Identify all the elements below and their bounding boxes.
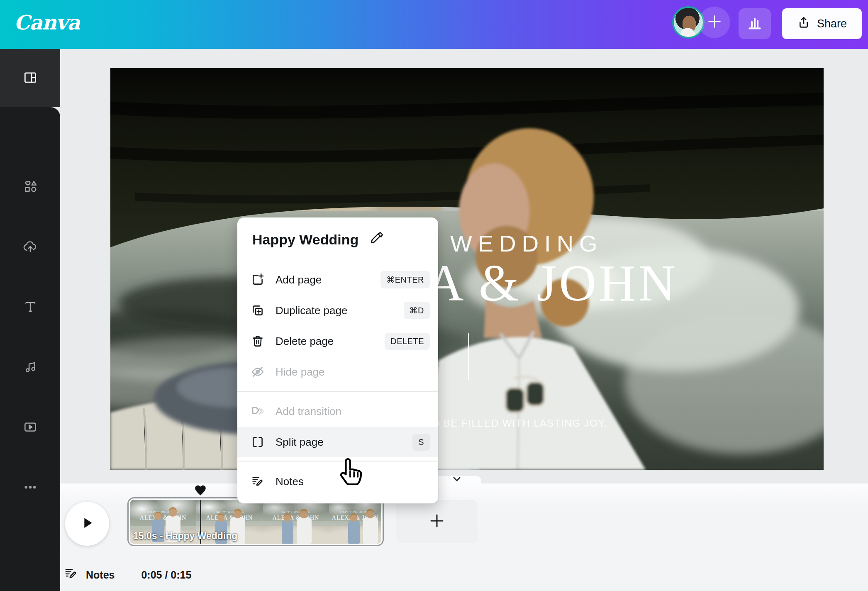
status-bar: Notes 0:05 / 0:15 [63, 567, 191, 583]
upload-share-icon [797, 16, 810, 32]
timeline-collapse-tab[interactable] [432, 476, 481, 484]
menu-item-split-page[interactable]: Split page S [237, 427, 438, 457]
menu-item-label: Notes [276, 475, 304, 488]
canvas-text-caption[interactable]: D BE FILLED WITH LASTING JOY. [432, 418, 607, 429]
sidebar-item-audio[interactable] [22, 359, 38, 375]
design-templates-icon [22, 70, 38, 85]
menu-item-duplicate-page[interactable]: Duplicate page ⌘D [237, 295, 438, 326]
menu-item-add-transition[interactable]: Add transition [237, 396, 438, 427]
timeline-region: HAPPY WEDDING ALEXA & JOHN HAPPY WEDDING… [60, 484, 868, 591]
sidebar-item-videos[interactable] [22, 419, 38, 435]
bar-chart-icon [746, 14, 764, 34]
sidebar-item-text[interactable] [22, 299, 38, 315]
duplicate-page-icon [251, 303, 265, 317]
canvas-text-wedding[interactable]: WEDDING [450, 230, 603, 257]
notes-icon[interactable] [63, 566, 78, 584]
sidebar [0, 49, 60, 591]
playhead-heart-marker[interactable] [194, 484, 207, 496]
timeline-page-thumbnail[interactable]: HAPPY WEDDING ALEXA & JOHN HAPPY WEDDING… [127, 497, 384, 546]
share-button[interactable]: Share [782, 8, 862, 39]
canvas-workspace: WEDDING A & JOHN D BE FILLED WITH LASTIN… [60, 49, 868, 484]
share-label: Share [817, 17, 847, 30]
sidebar-item-elements[interactable] [22, 178, 38, 194]
sidebar-item-uploads[interactable] [22, 239, 38, 254]
menu-item-label: Hide page [276, 366, 325, 379]
chevron-down-icon [451, 476, 462, 484]
menu-item-hide-page[interactable]: Hide page [237, 357, 438, 387]
thumb-frame: HAPPY WEDDING ALEXA & JOHN [329, 500, 381, 544]
shortcut-badge: DELETE [385, 333, 430, 350]
add-page-icon [251, 273, 265, 287]
menu-item-add-page[interactable]: Add page ⌘ENTER [237, 264, 438, 295]
menu-item-label: Split page [276, 436, 324, 449]
add-design-button[interactable] [699, 7, 730, 38]
eye-off-icon [251, 365, 265, 379]
thumb-frame: HAPPY WEDDING ALEXA & JOHN [263, 500, 329, 544]
top-bar: Canva Share [0, 0, 868, 49]
edit-pencil-icon[interactable] [368, 231, 384, 248]
notes-label[interactable]: Notes [86, 569, 115, 581]
split-page-icon [251, 435, 265, 449]
add-page-button[interactable] [396, 500, 478, 543]
page-title: Happy Wedding [252, 232, 358, 248]
menu-item-label: Delete page [276, 335, 334, 348]
play-button[interactable] [65, 502, 109, 546]
video-page-canvas[interactable]: WEDDING A & JOHN D BE FILLED WITH LASTIN… [110, 68, 824, 470]
canvas-divider-line [468, 333, 469, 380]
plus-icon [706, 13, 723, 32]
hand-cursor [335, 456, 367, 494]
sidebar-item-more[interactable] [22, 479, 38, 495]
transition-icon [251, 404, 265, 418]
menu-item-label: Duplicate page [276, 304, 347, 317]
canvas-text-names[interactable]: A & JOHN [427, 254, 678, 313]
insights-button[interactable] [739, 8, 771, 39]
menu-item-label: Add transition [276, 405, 341, 418]
shortcut-badge: ⌘D [404, 302, 430, 319]
time-display: 0:05 / 0:15 [141, 569, 191, 581]
sidebar-item-design[interactable] [0, 49, 60, 107]
page-duration-label: 15.0s - Happy Wedding [133, 530, 237, 542]
play-icon [79, 515, 95, 533]
notes-icon [251, 474, 265, 488]
plus-icon [428, 512, 446, 531]
menu-item-delete-page[interactable]: Delete page DELETE [237, 326, 438, 357]
trash-icon [251, 334, 265, 348]
shortcut-badge: S [412, 434, 430, 451]
menu-item-label: Add page [276, 274, 322, 286]
canva-logo[interactable]: Canva [14, 11, 80, 34]
shortcut-badge: ⌘ENTER [380, 271, 430, 288]
